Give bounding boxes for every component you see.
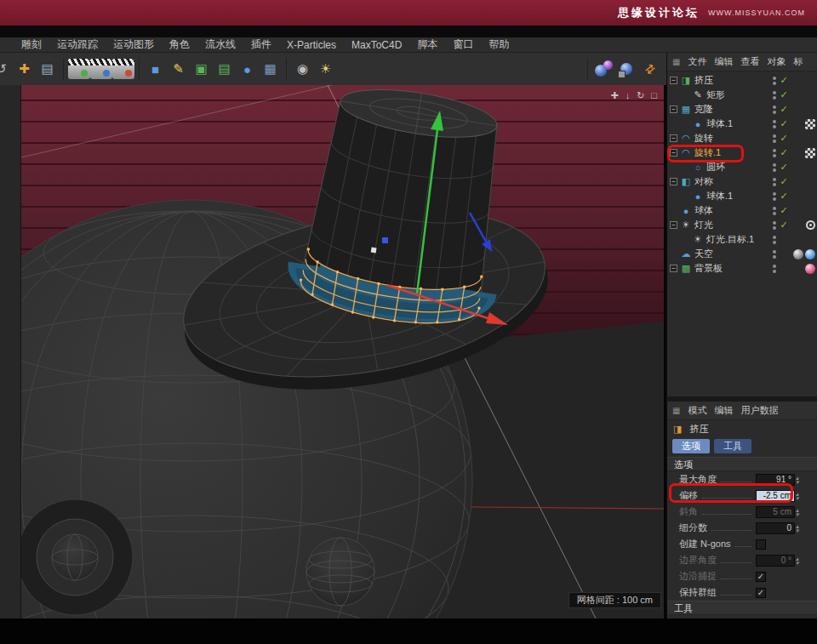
- tree-item-sphere-1b[interactable]: ● 球体.1 ✓: [667, 189, 817, 203]
- tree-item-circle[interactable]: ○ 圆环 ✓: [667, 160, 817, 174]
- tree-item-background[interactable]: − ▩ 背景板: [667, 261, 817, 276]
- collapse-icon[interactable]: −: [670, 77, 677, 84]
- menu-script[interactable]: 脚本: [409, 37, 445, 52]
- collapse-icon[interactable]: −: [670, 178, 677, 185]
- undo-icon[interactable]: ↺: [0, 57, 13, 81]
- enabled-check-icon[interactable]: ✓: [779, 118, 789, 129]
- collapse-icon[interactable]: −: [670, 105, 677, 113]
- max-angle-input[interactable]: 91 °: [756, 474, 795, 486]
- menu-window[interactable]: 窗口: [445, 37, 481, 52]
- enabled-check-icon[interactable]: ✓: [779, 191, 789, 202]
- enabled-check-icon[interactable]: ✓: [779, 162, 789, 173]
- menu-sculpt[interactable]: 雕刻: [14, 37, 49, 52]
- stepper[interactable]: ▴▾: [796, 508, 799, 516]
- camera-icon[interactable]: ◉: [291, 57, 314, 81]
- collapse-icon[interactable]: −: [670, 221, 677, 229]
- visibility-dots[interactable]: [773, 120, 776, 128]
- menu-character[interactable]: 角色: [162, 37, 197, 52]
- motion-tracker-icon[interactable]: [90, 59, 112, 79]
- tab-tool[interactable]: 工具: [714, 439, 751, 453]
- visibility-dots[interactable]: [773, 192, 776, 201]
- maximize-icon[interactable]: □: [651, 90, 657, 101]
- visibility-dots[interactable]: [773, 105, 776, 114]
- bevel-input[interactable]: 5 cm: [756, 506, 795, 518]
- tree-item-light-target[interactable]: ☀ 灯光.目标.1: [667, 232, 817, 247]
- subdivision-input[interactable]: 0: [756, 522, 795, 534]
- visibility-dots[interactable]: [773, 250, 776, 259]
- menu-plugins[interactable]: 插件: [243, 37, 279, 52]
- boundary-angle-input[interactable]: 0 °: [756, 555, 795, 567]
- button-sphere[interactable]: [306, 538, 374, 606]
- edge-snap-checkbox[interactable]: ✓: [756, 572, 766, 582]
- material-tag-icon[interactable]: [793, 249, 803, 259]
- enabled-check-icon[interactable]: ✓: [779, 147, 789, 158]
- material-tag-icon[interactable]: [805, 249, 815, 259]
- menu-maxtoc4d[interactable]: MaxToC4D: [344, 39, 409, 51]
- enabled-check-icon[interactable]: ✓: [779, 75, 789, 86]
- collapse-icon[interactable]: −: [670, 265, 677, 272]
- enabled-check-icon[interactable]: ✓: [779, 205, 789, 216]
- collapse-icon[interactable]: −: [670, 149, 677, 157]
- tree-item-symmetry[interactable]: − ◧ 对称 ✓: [667, 174, 817, 189]
- zoom-icon[interactable]: ↓: [626, 90, 631, 101]
- origin-handle[interactable]: [371, 248, 377, 254]
- motion-camera-icon[interactable]: [112, 59, 134, 79]
- enabled-check-icon[interactable]: ✓: [779, 89, 789, 100]
- subdivision-surface-icon[interactable]: ▣: [190, 57, 213, 81]
- offset-input[interactable]: -2.5 cm: [756, 490, 795, 502]
- stepper[interactable]: ▴▾: [796, 556, 799, 565]
- stepper[interactable]: ▴▾: [796, 524, 799, 533]
- visibility-dots[interactable]: [773, 149, 776, 157]
- tree-item-lathe[interactable]: − ◠ 旋转 ✓: [667, 131, 817, 145]
- panel-grip-icon[interactable]: ▦: [672, 57, 680, 66]
- texture-tag-icon[interactable]: [805, 148, 815, 158]
- visibility-dots[interactable]: [773, 207, 776, 215]
- axis-plane-handle[interactable]: [382, 237, 388, 243]
- visibility-dots[interactable]: [773, 221, 776, 230]
- target-tag-icon[interactable]: [806, 220, 815, 230]
- menu-mode[interactable]: 模式: [688, 404, 706, 417]
- menu-xparticles[interactable]: X-Particles: [279, 39, 344, 51]
- boole-icon[interactable]: ▤: [213, 57, 236, 81]
- tool-section-header[interactable]: 工具: [667, 601, 817, 615]
- visibility-dots[interactable]: [773, 265, 776, 273]
- viewport[interactable]: ✚ ↓ ↻ □ 网格间距 : 100 cm: [21, 85, 664, 618]
- cube-primitive-icon[interactable]: ■: [144, 57, 167, 81]
- metaball-icon[interactable]: ●: [236, 57, 259, 81]
- pan-icon[interactable]: ✚: [610, 90, 618, 101]
- stepper[interactable]: ▴▾: [796, 476, 799, 484]
- menu-user-data[interactable]: 用户数据: [740, 404, 778, 417]
- enabled-check-icon[interactable]: ✓: [779, 104, 789, 115]
- tree-item-lathe-1-selected[interactable]: − ◠ 旋转.1 ✓: [667, 145, 817, 160]
- tree-item-sphere-1[interactable]: ● 球体.1 ✓: [667, 117, 817, 131]
- visibility-dots[interactable]: [773, 163, 776, 172]
- menu-mograph[interactable]: 运动图形: [106, 37, 162, 52]
- collapse-icon[interactable]: −: [670, 134, 677, 142]
- panel-grip-icon[interactable]: ▦: [672, 406, 680, 415]
- create-ngons-checkbox[interactable]: [756, 539, 766, 550]
- texture-tag-icon[interactable]: [805, 119, 815, 129]
- tree-item-light[interactable]: − ☀ 灯光 ✓: [667, 218, 817, 232]
- tree-item-sky[interactable]: ☁ 天空: [667, 247, 817, 261]
- options-section-header[interactable]: 选项: [667, 457, 817, 471]
- tree-item-sphere[interactable]: ● 球体 ✓: [667, 203, 817, 218]
- visibility-dots[interactable]: [773, 91, 776, 100]
- enabled-check-icon[interactable]: ✓: [779, 133, 789, 144]
- menu-edit[interactable]: 编辑: [714, 404, 733, 417]
- visibility-dots[interactable]: [773, 134, 776, 143]
- stepper[interactable]: ▴▾: [796, 492, 799, 500]
- visibility-dots[interactable]: [773, 77, 776, 85]
- array-icon[interactable]: ▦: [259, 57, 282, 81]
- menu-object[interactable]: 对象: [767, 55, 786, 68]
- tree-item-rectangle[interactable]: ✎ 矩形 ✓: [667, 88, 817, 102]
- material-tag-icon[interactable]: [805, 264, 815, 274]
- preserve-groups-checkbox[interactable]: ✓: [756, 588, 766, 598]
- visibility-dots[interactable]: [773, 236, 776, 244]
- tree-item-extrude[interactable]: − ◨ 挤压 ✓: [667, 73, 817, 88]
- menu-tags[interactable]: 标: [793, 55, 803, 68]
- viewport-3d-scene[interactable]: [21, 85, 664, 618]
- light-icon[interactable]: ☀: [314, 57, 337, 81]
- menu-view[interactable]: 查看: [740, 55, 759, 68]
- menu-pipeline[interactable]: 流水线: [197, 37, 243, 52]
- visibility-dots[interactable]: [773, 178, 776, 186]
